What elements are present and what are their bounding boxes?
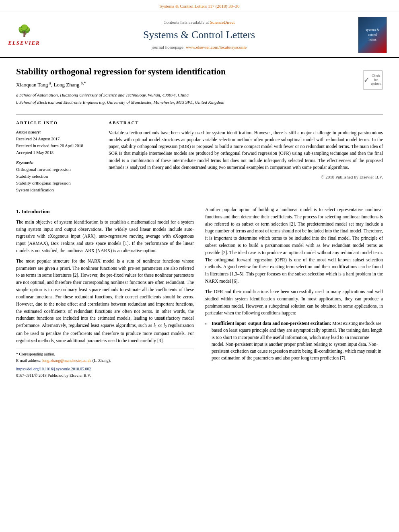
abstract-text: Variable selection methods have been wid… xyxy=(109,129,383,171)
divider-meta xyxy=(16,115,383,115)
body-columns: 1. Introduction The main objective of sy… xyxy=(16,206,383,379)
col-left: 1. Introduction The main objective of sy… xyxy=(16,206,194,379)
abstract-section: ABSTRACT Variable selection methods have… xyxy=(109,120,383,194)
meta-section: ARTICLE INFO Article history: Received 2… xyxy=(16,120,383,194)
keyword-3: Stability orthogonal regression xyxy=(16,180,97,187)
email-line: E-mail address: long.zhang@manchester.ac… xyxy=(16,358,194,364)
intro-title: Introduction xyxy=(21,208,50,214)
doi-link[interactable]: https://doi.org/10.1016/j.sysconle.2018.… xyxy=(16,367,91,371)
intro-para1: The main objective of system identificat… xyxy=(16,219,194,255)
col-right: Another popular option of building a non… xyxy=(205,206,383,379)
keywords-section: Keywords: Orthogonal forward regression … xyxy=(16,160,97,193)
affiliation-b: b School of Electrical and Electronic En… xyxy=(16,99,359,106)
sciencedirect-link: Contents lists available at ScienceDirec… xyxy=(40,19,358,26)
doi-line: https://doi.org/10.1016/j.sysconle.2018.… xyxy=(16,366,194,372)
affiliations: a School of Automation, Huazhong Univers… xyxy=(16,92,359,106)
corr-label: * Corresponding author. xyxy=(16,351,194,357)
main-content: 1. Introduction The main objective of sy… xyxy=(0,206,399,379)
keywords-label: Keywords: xyxy=(16,160,97,166)
email-label: E-mail address: xyxy=(16,358,41,363)
accepted-date: Accepted 1 May 2018 xyxy=(16,150,97,156)
email-link[interactable]: long.zhang@manchester.ac.uk xyxy=(42,358,91,363)
intro-para3: Another popular option of building a non… xyxy=(205,206,383,285)
journal-cover: systems & control letters xyxy=(358,17,387,53)
intro-para4: The OFR and their modifications have bee… xyxy=(205,288,383,317)
journal-homepage: journal homepage: www.elsevier.com/locat… xyxy=(40,44,358,51)
history-label: Article history: xyxy=(16,129,97,136)
copyright: © 2018 Published by Elsevier B.V. xyxy=(109,174,383,181)
intro-num: 1. xyxy=(16,208,21,214)
homepage-url[interactable]: www.elsevier.com/locate/sysconle xyxy=(186,45,247,49)
received-date: Received 24 August 2017 xyxy=(16,136,97,142)
authors: Xiaoquan Tang a, Long Zhang b,* xyxy=(16,80,359,89)
received-revised-date: Received in revised form 26 April 2018 xyxy=(16,143,97,149)
keyword-4: System identification xyxy=(16,187,97,193)
bullet-dot: • xyxy=(205,321,209,362)
affiliation-a: a School of Automation, Huazhong Univers… xyxy=(16,92,359,99)
keyword-2: Stability selection xyxy=(16,173,97,180)
homepage-label: journal homepage: xyxy=(152,45,185,49)
header-center: Contents lists available at ScienceDirec… xyxy=(40,19,358,51)
email-name: (L. Zhang). xyxy=(93,358,111,363)
elsevier-logo: 🌳 ELSEVIER xyxy=(8,24,40,46)
check-badge: ✓ Check forupdates xyxy=(363,70,383,90)
top-bar: Systems & Control Letters 117 (2018) 30–… xyxy=(0,0,399,12)
paper-container: Stability orthogonal regression for syst… xyxy=(0,58,399,206)
intro-heading: 1. Introduction xyxy=(16,208,194,216)
contents-text: Contents lists available at xyxy=(163,20,209,25)
journal-ref-link[interactable]: Systems & Control Letters 117 (2018) 30–… xyxy=(160,4,240,8)
elsevier-brand: ELSEVIER xyxy=(8,39,40,47)
cover-text: systems & control letters xyxy=(366,28,379,42)
tree-icon: 🌳 xyxy=(17,23,31,39)
keyword-1: Orthogonal forward regression xyxy=(16,166,97,173)
header-left: 🌳 ELSEVIER xyxy=(8,24,40,46)
bullet-1-text: Most existing methods are based on least… xyxy=(212,321,383,360)
issn-line: 0167-6911/© 2018 Published by Elsevier B… xyxy=(16,373,194,379)
article-info-heading: ARTICLE INFO xyxy=(16,120,97,126)
footnote-area: * Corresponding author. E-mail address: … xyxy=(16,349,194,364)
article-info: ARTICLE INFO Article history: Received 2… xyxy=(16,120,97,194)
header: 🌳 ELSEVIER Contents lists available at S… xyxy=(0,12,399,58)
bullet-1-title: Insufficient input–output data and non-p… xyxy=(212,321,331,326)
bullet-1-content: Insufficient input–output data and non-p… xyxy=(212,320,383,362)
paper-title: Stability orthogonal regression for syst… xyxy=(16,66,359,78)
journal-title: Systems & Control Letters xyxy=(40,27,358,43)
abstract-heading: ABSTRACT xyxy=(109,120,383,126)
sciencedirect-anchor[interactable]: ScienceDirect xyxy=(210,20,235,25)
bullet-item-1: • Insufficient input–output data and non… xyxy=(205,320,383,362)
intro-para2: The most popular structure for the NARX … xyxy=(16,258,194,345)
